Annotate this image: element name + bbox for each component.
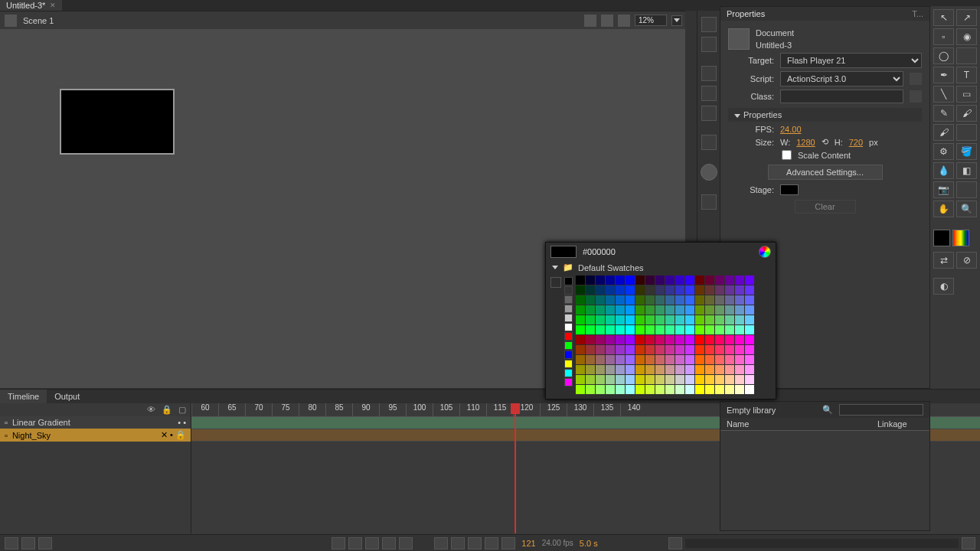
timeline-scrollbar[interactable] <box>685 539 959 548</box>
side-tab[interactable]: T... <box>912 9 923 18</box>
swatch[interactable] <box>685 345 694 354</box>
eraser-tool[interactable]: ◧ <box>956 162 977 179</box>
ruler-tick[interactable]: 125 <box>540 403 567 416</box>
swatch[interactable] <box>635 335 645 344</box>
swatch[interactable] <box>705 305 714 315</box>
ruler-tick[interactable]: 90 <box>352 403 379 416</box>
swatch[interactable] <box>705 345 714 354</box>
onion-outlines-button[interactable] <box>485 537 498 549</box>
swatch[interactable] <box>665 285 675 295</box>
class-input[interactable] <box>780 90 903 103</box>
swatch[interactable] <box>725 345 734 354</box>
eye-icon[interactable]: 👁 <box>147 405 155 415</box>
swatch[interactable] <box>725 305 734 315</box>
swatch[interactable] <box>685 325 694 334</box>
swatch[interactable] <box>735 305 744 315</box>
hex-value[interactable]: #000000 <box>583 247 616 256</box>
outline-icon[interactable]: ▢ <box>178 405 186 415</box>
swatch[interactable] <box>596 345 605 354</box>
swatch[interactable] <box>685 375 694 384</box>
swatch[interactable] <box>735 375 744 384</box>
swatch[interactable] <box>695 375 704 384</box>
step-forward-button[interactable] <box>382 537 396 549</box>
swatch[interactable] <box>745 276 754 285</box>
swatch[interactable] <box>616 315 625 324</box>
swatch-gray4[interactable] <box>564 314 573 322</box>
creative-cloud-icon[interactable] <box>701 164 717 181</box>
swatch[interactable] <box>576 385 585 394</box>
goto-last-button[interactable] <box>399 537 413 549</box>
free-transform-tool[interactable]: ▫ <box>933 28 954 45</box>
swatch[interactable] <box>586 385 595 394</box>
ruler-tick[interactable]: 65 <box>218 403 245 416</box>
swatch[interactable] <box>735 335 744 344</box>
center-frame-button[interactable] <box>434 537 448 549</box>
swatch[interactable] <box>645 375 655 384</box>
swatch[interactable] <box>606 355 615 364</box>
swatch[interactable] <box>675 305 684 315</box>
swatch[interactable] <box>616 305 625 315</box>
swatch[interactable] <box>616 295 625 305</box>
swatch[interactable] <box>675 295 684 305</box>
swatch[interactable] <box>655 276 665 285</box>
swatch[interactable] <box>635 285 645 295</box>
loop-button[interactable] <box>451 537 465 549</box>
swatch[interactable] <box>586 355 595 364</box>
swatch[interactable] <box>596 295 605 305</box>
swatch[interactable] <box>576 276 585 285</box>
swatch[interactable] <box>626 325 635 334</box>
scene-name[interactable]: Scene 1 <box>23 16 54 25</box>
swatch[interactable] <box>576 295 585 305</box>
swatch[interactable] <box>745 345 754 354</box>
ruler-tick[interactable]: 60 <box>191 403 218 416</box>
text-tool[interactable]: T <box>956 67 977 83</box>
w-value[interactable]: 1280 <box>796 138 815 147</box>
swatch[interactable] <box>725 375 734 384</box>
swatch[interactable] <box>665 345 675 354</box>
tab-output[interactable]: Output <box>47 390 87 403</box>
fps-value[interactable]: 24.00 <box>780 125 802 134</box>
swatch[interactable] <box>596 375 605 384</box>
ruler-tick[interactable]: 140 <box>620 403 647 416</box>
ruler-tick[interactable]: 75 <box>272 403 299 416</box>
swatch[interactable] <box>695 285 704 295</box>
swatch[interactable] <box>655 345 665 354</box>
swatch[interactable] <box>645 385 655 394</box>
swatch[interactable] <box>695 315 704 324</box>
3d-rotate-tool[interactable]: ◉ <box>956 28 977 45</box>
current-frame[interactable]: 121 <box>518 539 538 548</box>
goto-first-button[interactable] <box>332 537 345 549</box>
color-grid[interactable] <box>576 276 771 394</box>
fill-color[interactable] <box>952 230 969 246</box>
swatch[interactable] <box>596 325 605 334</box>
zoom-tool[interactable]: 🔍 <box>956 201 977 217</box>
swatch[interactable] <box>735 385 744 394</box>
swatch[interactable] <box>655 325 665 334</box>
swatch-green[interactable] <box>564 341 573 350</box>
swatch[interactable] <box>655 285 665 295</box>
swatch[interactable] <box>576 325 585 334</box>
swatch[interactable] <box>616 375 625 384</box>
swatch[interactable] <box>606 305 615 315</box>
edit-scene-icon[interactable] <box>584 15 596 27</box>
swatch[interactable] <box>586 276 595 285</box>
swatch[interactable] <box>655 355 665 364</box>
swatch[interactable] <box>635 325 645 334</box>
swatch[interactable] <box>685 295 694 305</box>
swatch[interactable] <box>725 335 734 344</box>
swatch[interactable] <box>735 365 744 374</box>
swatch[interactable] <box>695 385 704 394</box>
scale-checkbox[interactable] <box>782 150 792 160</box>
swatch[interactable] <box>695 365 704 374</box>
swatch[interactable] <box>665 375 675 384</box>
swatch[interactable] <box>576 375 585 384</box>
swatch[interactable] <box>606 285 615 295</box>
swatch[interactable] <box>745 325 754 334</box>
pen-tool[interactable]: ✒ <box>933 67 954 83</box>
dock-icon-3[interactable] <box>701 66 717 81</box>
swatch[interactable] <box>596 385 605 394</box>
swatch[interactable] <box>606 295 615 305</box>
bone-tool[interactable]: ⚙ <box>933 143 954 160</box>
swatch[interactable] <box>675 355 684 364</box>
swatch-cyan[interactable] <box>564 369 573 377</box>
